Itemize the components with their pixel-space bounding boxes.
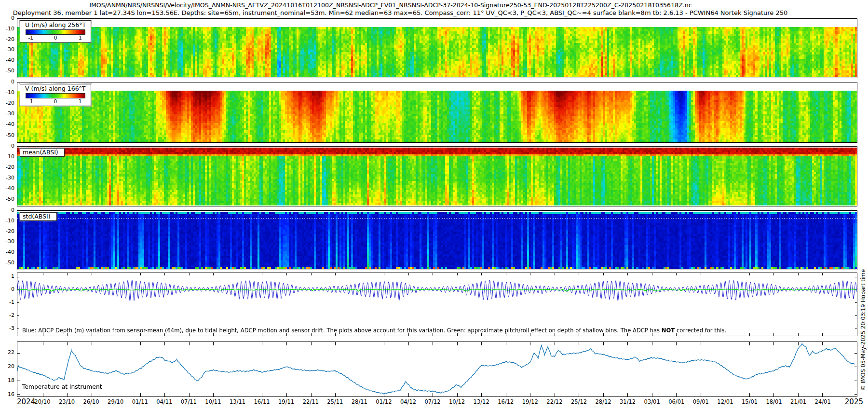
xaxis-date-tick: 09/01	[689, 398, 713, 405]
std-absi-heatmap	[17, 211, 857, 270]
xaxis-date-tick: 04/12	[396, 398, 420, 405]
xaxis-date-tick: 13/11	[225, 398, 249, 405]
xaxis-date-tick: 28/12	[591, 398, 615, 405]
u-ytick-label: -10	[0, 26, 14, 32]
figure-subtitle-deployment: Deployment 36, member 1 lat=27.34S lon=1…	[0, 9, 800, 16]
panel-u-velocity: U (m/s) along 256°T -1 0 1	[17, 18, 857, 78]
xaxis-date-tick: 21/01	[787, 398, 811, 405]
xaxis-date-tick: 31/12	[616, 398, 640, 405]
v-colorbar-ticks: -1 0 1	[26, 98, 85, 105]
mean-ytick-label: -20	[0, 164, 14, 170]
xaxis-date-tick: 03/01	[640, 398, 664, 405]
depth-ytick-label: -2	[0, 313, 14, 318]
temperature-label: Temperature at instrument	[22, 383, 102, 390]
depth-ytick-label: -1	[0, 300, 14, 305]
annotation-text-bold: NOT	[662, 327, 675, 334]
xaxis-date-tick: 04/11	[152, 398, 176, 405]
xaxis-date-tick: 06/01	[665, 398, 689, 405]
std-absi-label: std(ABSI)	[20, 212, 57, 221]
xaxis-date-tick: 22/11	[298, 398, 323, 405]
xaxis-year-end: 2025	[833, 397, 863, 406]
figure-root: IMOS/ANMN/NRS/NRSNSI/Velocity/IMOS_ANMN-…	[0, 0, 868, 410]
xaxis-date-tick: 15/01	[737, 398, 761, 405]
temperature-plot	[17, 342, 857, 396]
mean-ytick-label: -50	[0, 196, 14, 202]
u-legend-title: U (m/s) along 256°T	[24, 21, 87, 28]
imos-copyright-watermark: © IMOS 05-May-2025 20:03:19 Hobart time	[860, 269, 867, 391]
xaxis-date-tick: 12/01	[713, 398, 737, 405]
xaxis-date-tick: 25/11	[323, 398, 347, 405]
xaxis-date-tick: 16/11	[250, 398, 274, 405]
u-colorbar-tick-zero: 0	[54, 35, 57, 41]
panel-mean-absi: mean(ABSI)	[17, 146, 857, 206]
mean-ytick-label: -30	[0, 175, 14, 181]
u-ytick-label: -40	[0, 57, 14, 63]
u-ytick-label: 0	[0, 15, 14, 21]
u-colorbar-ticks: -1 0 1	[26, 35, 85, 41]
xaxis-date-tick: 10/12	[445, 398, 469, 405]
annotation-text-post: corrected for this.	[675, 327, 726, 334]
std-ytick-label: -10	[0, 218, 14, 224]
xaxis-date-tick: 20/10	[30, 398, 54, 405]
u-colorbar-gradient	[26, 29, 85, 35]
temp-ytick-label: 18	[0, 378, 14, 383]
xaxis-date-tick: 19/12	[518, 398, 542, 405]
xaxis-date-tick: 29/10	[104, 398, 128, 405]
u-colorbar-legend: U (m/s) along 256°T -1 0 1	[20, 20, 91, 42]
u-velocity-heatmap	[17, 19, 857, 78]
u-ytick-label: -50	[0, 68, 14, 74]
adcp-depth-variation-plot	[17, 273, 857, 336]
mean-ytick-label: -10	[0, 154, 14, 160]
temp-ytick-label: 20	[0, 364, 14, 369]
depth-variation-annotation: Blue: ADCP Depth (m) variation from sens…	[22, 327, 726, 334]
v-colorbar-tick-min: -1	[28, 98, 33, 104]
u-ytick-label: -20	[0, 37, 14, 42]
xaxis-date-tick: 16/12	[494, 398, 518, 405]
v-ytick-label: -10	[0, 90, 14, 96]
xaxis-date-tick: 10/11	[201, 398, 225, 405]
v-colorbar-legend: V (m/s) along 166°T -1 0 1	[20, 84, 91, 106]
panel-std-absi: std(ABSI)	[17, 210, 857, 270]
xaxis-date-tick: 13/12	[469, 398, 493, 405]
xaxis-date-tick: 26/10	[79, 398, 103, 405]
figure-title-filename: IMOS/ANMN/NRS/NRSNSI/Velocity/IMOS_ANMN-…	[0, 1, 781, 9]
std-ytick-label: -20	[0, 229, 14, 234]
xaxis-date-tick: 24/01	[811, 398, 835, 405]
xaxis-date-tick: 01/12	[372, 398, 396, 405]
v-ytick-label: -40	[0, 122, 14, 127]
xaxis-date-tick: 25/12	[567, 398, 591, 405]
panel-temperature: Temperature at instrument	[17, 342, 857, 397]
depth-ytick-label: 0	[0, 287, 14, 292]
v-velocity-heatmap	[17, 82, 857, 142]
annotation-text-pre: Blue: ADCP Depth (m) variation from sens…	[22, 327, 662, 334]
xaxis-date-tick: 23/10	[55, 398, 79, 405]
xaxis-date-tick: 01/11	[128, 398, 152, 405]
std-ytick-label: -50	[0, 260, 14, 266]
depth-ytick-label: -3	[0, 326, 14, 331]
xaxis-date-tick: 19/11	[274, 398, 298, 405]
xaxis-date-tick: 18/01	[762, 398, 786, 405]
xaxis-date-tick: 07/12	[420, 398, 445, 405]
mean-absi-heatmap	[17, 147, 857, 206]
v-legend-title: V (m/s) along 166°T	[24, 85, 87, 92]
v-colorbar-tick-max: 1	[79, 98, 82, 104]
u-colorbar-tick-max: 1	[79, 35, 82, 41]
std-ytick-label: 0	[0, 207, 14, 213]
panel-v-velocity: V (m/s) along 166°T -1 0 1	[17, 82, 857, 143]
u-colorbar-tick-min: -1	[28, 35, 33, 41]
v-ytick-label: 0	[0, 79, 14, 85]
mean-ytick-label: -40	[0, 186, 14, 191]
depth-ytick-label: 1	[0, 273, 14, 279]
temp-ytick-label: 16	[0, 392, 14, 397]
v-colorbar-gradient	[26, 93, 85, 98]
v-ytick-label: -30	[0, 111, 14, 117]
panel-adcp-depth-variation: Blue: ADCP Depth (m) variation from sens…	[17, 273, 857, 336]
std-ytick-label: -40	[0, 249, 14, 255]
temp-ytick-label: 22	[0, 350, 14, 355]
xaxis-date-tick: 28/11	[347, 398, 371, 405]
u-ytick-label: -30	[0, 47, 14, 53]
v-ytick-label: -50	[0, 133, 14, 138]
v-colorbar-tick-zero: 0	[54, 98, 57, 104]
std-ytick-label: -30	[0, 239, 14, 245]
mean-absi-label: mean(ABSI)	[20, 148, 65, 157]
